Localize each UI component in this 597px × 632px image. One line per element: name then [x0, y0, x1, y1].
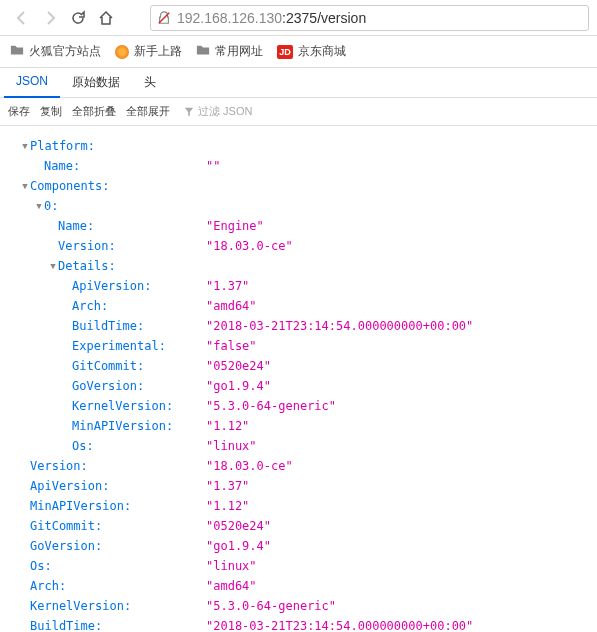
json-node[interactable]: ▼KernelVersion"5.3.0-64-generic" [6, 596, 591, 616]
home-button[interactable] [92, 4, 120, 32]
json-node[interactable]: ▼Version"18.03.0-ce" [6, 236, 591, 256]
jd-icon: JD [277, 45, 293, 59]
json-node[interactable]: ▼MinAPIVersion"1.12" [6, 496, 591, 516]
copy-button[interactable]: 复制 [40, 104, 62, 119]
json-node[interactable]: ▼Os"linux" [6, 436, 591, 456]
json-tree: ▼Platform ▼Name"" ▼Components ▼0 ▼Name"E… [0, 126, 597, 632]
url-bar[interactable]: 192.168.126.130:2375/version [150, 5, 589, 31]
json-node[interactable]: ▼GoVersion"go1.9.4" [6, 376, 591, 396]
chevron-down-icon[interactable]: ▼ [20, 136, 30, 156]
json-node[interactable]: ▼GitCommit"0520e24" [6, 356, 591, 376]
expand-all-button[interactable]: 全部展开 [126, 104, 170, 119]
json-node[interactable]: ▼Experimental"false" [6, 336, 591, 356]
reload-icon [70, 10, 86, 26]
json-node[interactable]: ▼Name"" [6, 156, 591, 176]
home-icon [98, 10, 114, 26]
bookmark-item[interactable]: 火狐官方站点 [10, 43, 101, 60]
arrow-left-icon [14, 10, 30, 26]
nav-bar: 192.168.126.130:2375/version [0, 0, 597, 36]
json-node[interactable]: ▼Version"18.03.0-ce" [6, 456, 591, 476]
json-node[interactable]: ▼BuildTime"2018-03-21T23:14:54.000000000… [6, 316, 591, 336]
view-tabs: JSON 原始数据 头 [0, 68, 597, 98]
bookmark-item[interactable]: 新手上路 [115, 43, 182, 60]
forward-button[interactable] [36, 4, 64, 32]
json-node[interactable]: ▼ApiVersion"1.37" [6, 476, 591, 496]
bookmark-label: 火狐官方站点 [29, 43, 101, 60]
bookmark-label: 京东商城 [298, 43, 346, 60]
json-node[interactable]: ▼Arch"amd64" [6, 296, 591, 316]
json-node[interactable]: ▼GitCommit"0520e24" [6, 516, 591, 536]
json-node[interactable]: ▼Os"linux" [6, 556, 591, 576]
json-node[interactable]: ▼KernelVersion"5.3.0-64-generic" [6, 396, 591, 416]
collapse-all-button[interactable]: 全部折叠 [72, 104, 116, 119]
json-node[interactable]: ▼Details [6, 256, 591, 276]
json-node[interactable]: ▼0 [6, 196, 591, 216]
firefox-icon [115, 45, 129, 59]
json-node[interactable]: ▼GoVersion"go1.9.4" [6, 536, 591, 556]
json-node[interactable]: ▼ApiVersion"1.37" [6, 276, 591, 296]
filter-input[interactable]: 过滤 JSON [184, 104, 252, 119]
reload-button[interactable] [64, 4, 92, 32]
bookmarks-bar: 火狐官方站点 新手上路 常用网址 JD 京东商城 [0, 36, 597, 68]
chevron-down-icon[interactable]: ▼ [48, 256, 58, 276]
filter-icon [184, 107, 194, 117]
chevron-down-icon[interactable]: ▼ [34, 196, 44, 216]
chevron-down-icon[interactable]: ▼ [20, 176, 30, 196]
tab-json[interactable]: JSON [4, 68, 60, 98]
bookmark-label: 常用网址 [215, 43, 263, 60]
bookmark-label: 新手上路 [134, 43, 182, 60]
insecure-icon [157, 11, 171, 25]
arrow-right-icon [42, 10, 58, 26]
tab-raw[interactable]: 原始数据 [60, 68, 132, 97]
json-node[interactable]: ▼Platform [6, 136, 591, 156]
json-node[interactable]: ▼Name"Engine" [6, 216, 591, 236]
url-text: 192.168.126.130:2375/version [177, 10, 366, 26]
json-node[interactable]: ▼MinAPIVersion"1.12" [6, 416, 591, 436]
bookmark-item[interactable]: 常用网址 [196, 43, 263, 60]
json-node[interactable]: ▼BuildTime"2018-03-21T23:14:54.000000000… [6, 616, 591, 632]
folder-icon [10, 43, 24, 60]
json-node[interactable]: ▼Components [6, 176, 591, 196]
bookmark-item[interactable]: JD 京东商城 [277, 43, 346, 60]
json-toolbar: 保存 复制 全部折叠 全部展开 过滤 JSON [0, 98, 597, 126]
folder-icon [196, 43, 210, 60]
json-node[interactable]: ▼Arch"amd64" [6, 576, 591, 596]
tab-headers[interactable]: 头 [132, 68, 168, 97]
save-button[interactable]: 保存 [8, 104, 30, 119]
back-button[interactable] [8, 4, 36, 32]
